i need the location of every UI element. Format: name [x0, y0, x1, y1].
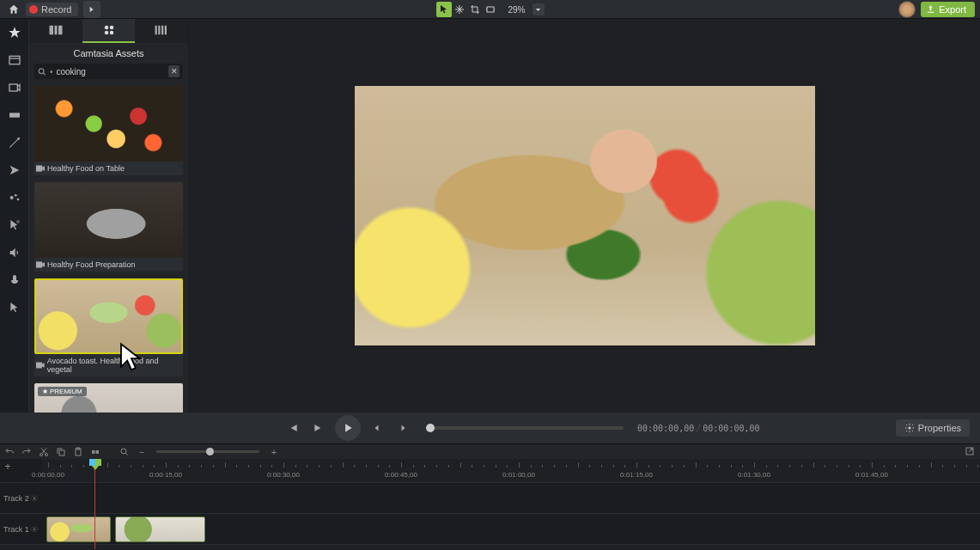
record-panel-icon[interactable]	[6, 79, 23, 96]
annotations-icon[interactable]	[6, 107, 23, 124]
add-track-button[interactable]: +	[2, 461, 14, 473]
svg-rect-3	[9, 113, 20, 117]
more-icon[interactable]	[6, 299, 23, 316]
zoom-in-button[interactable]: +	[268, 446, 280, 458]
svg-point-7	[16, 199, 19, 201]
svg-point-8	[16, 221, 19, 223]
step-back-button[interactable]	[368, 419, 387, 437]
next-clip-button[interactable]	[309, 419, 328, 437]
svg-rect-28	[59, 450, 64, 455]
ruler-mark: 0:01:45,00	[855, 471, 888, 479]
ruler-mark: 0:00:45,00	[385, 471, 417, 479]
voice-icon[interactable]	[6, 272, 23, 289]
record-button[interactable]: Record	[26, 3, 78, 16]
play-button[interactable]	[335, 415, 361, 441]
svg-rect-20	[165, 26, 167, 35]
svg-point-27	[46, 453, 48, 455]
playback-scrubber[interactable]	[426, 426, 624, 430]
pan-tool[interactable]	[451, 2, 466, 17]
search-input[interactable]	[56, 67, 165, 76]
cut-button[interactable]	[38, 446, 50, 458]
zoom-fit-button[interactable]	[119, 446, 131, 458]
detach-timeline-button[interactable]	[965, 446, 977, 458]
svg-rect-10	[49, 26, 53, 35]
behaviors-icon[interactable]	[6, 162, 23, 179]
record-label: Record	[41, 4, 71, 15]
svg-rect-24	[36, 363, 42, 369]
video-icon	[36, 165, 45, 172]
timeline-zoom-slider[interactable]	[156, 450, 259, 453]
split-button[interactable]	[89, 446, 101, 458]
svg-rect-23	[36, 261, 42, 267]
record-dropdown[interactable]	[83, 1, 100, 18]
playhead[interactable]	[89, 459, 101, 469]
zoom-dropdown[interactable]	[533, 3, 545, 15]
ruler-mark: 0:00:30,00	[267, 471, 300, 479]
svg-rect-17	[155, 26, 157, 35]
audio-effects-icon[interactable]	[6, 244, 23, 261]
svg-rect-32	[96, 450, 100, 454]
media-tab-assets[interactable]	[82, 19, 136, 43]
zoom-level[interactable]: 29%	[502, 3, 530, 16]
hand-tool[interactable]	[482, 2, 497, 17]
ruler-mark: 0:00:15,00	[149, 471, 182, 479]
paste-button[interactable]	[72, 446, 84, 458]
crop-tool[interactable]	[466, 2, 482, 17]
svg-point-35	[33, 497, 36, 499]
export-button[interactable]: Export	[921, 2, 975, 17]
asset-thumbnail: ★ PREMIUM	[34, 383, 183, 412]
svg-point-5	[9, 196, 13, 199]
canvas-preview	[355, 86, 815, 345]
copy-button[interactable]	[55, 446, 67, 458]
prev-clip-button[interactable]	[283, 419, 302, 437]
asset-item[interactable]: Avocado toast. Healthy food and vegetal	[34, 278, 183, 376]
asset-item[interactable]: Healthy Food Preparation	[34, 182, 183, 272]
svg-point-25	[908, 427, 910, 430]
svg-point-26	[40, 453, 43, 455]
track-label[interactable]: Track 1	[0, 514, 41, 544]
asset-item[interactable]: ★ PREMIUM	[34, 383, 183, 412]
svg-point-21	[39, 68, 44, 73]
timeline-ruler[interactable]: 0:00:00,000:00:15,000:00:30,000:00:45,00…	[41, 459, 980, 482]
video-icon	[36, 362, 45, 369]
undo-button[interactable]	[3, 446, 15, 458]
timeline-clip[interactable]	[115, 516, 205, 542]
svg-rect-2	[9, 84, 17, 91]
asset-thumbnail	[34, 182, 183, 258]
cursor-effects-icon[interactable]	[6, 217, 23, 234]
timeline-clip[interactable]	[46, 516, 111, 542]
select-tool[interactable]	[435, 2, 451, 17]
download-icon[interactable]	[878, 2, 893, 17]
favorites-icon[interactable]	[6, 24, 23, 41]
svg-point-6	[15, 194, 17, 197]
canvas-area[interactable]	[189, 19, 980, 412]
search-icon	[38, 67, 46, 76]
svg-point-15	[104, 31, 108, 35]
media-bin-icon[interactable]	[6, 52, 23, 69]
media-tab-bin[interactable]	[29, 19, 82, 43]
properties-button[interactable]: Properties	[896, 419, 970, 437]
animations-icon[interactable]	[6, 189, 23, 206]
asset-thumbnail	[34, 86, 183, 162]
svg-rect-18	[158, 26, 160, 35]
transitions-icon[interactable]	[6, 134, 23, 151]
step-forward-button[interactable]	[393, 419, 412, 437]
ruler-mark: 0:01:15,00	[620, 471, 653, 479]
svg-rect-1	[9, 56, 20, 64]
media-tab-library[interactable]	[135, 19, 188, 43]
track-content[interactable]	[41, 483, 980, 513]
clear-search-button[interactable]: ✕	[168, 65, 180, 77]
asset-item[interactable]: Healthy Food on Table	[34, 86, 183, 175]
redo-button[interactable]	[21, 446, 33, 458]
track-visibility-icon[interactable]	[30, 525, 39, 534]
svg-point-4	[17, 138, 20, 140]
zoom-out-button[interactable]: −	[136, 446, 148, 458]
svg-rect-31	[92, 450, 95, 454]
upload-icon	[926, 4, 935, 14]
user-avatar[interactable]	[898, 1, 916, 18]
home-button[interactable]	[5, 1, 22, 18]
ruler-mark: 0:01:30,00	[738, 471, 770, 479]
track-visibility-icon[interactable]	[30, 494, 39, 503]
track-content[interactable]	[41, 514, 980, 544]
track-label[interactable]: Track 2	[0, 483, 41, 513]
